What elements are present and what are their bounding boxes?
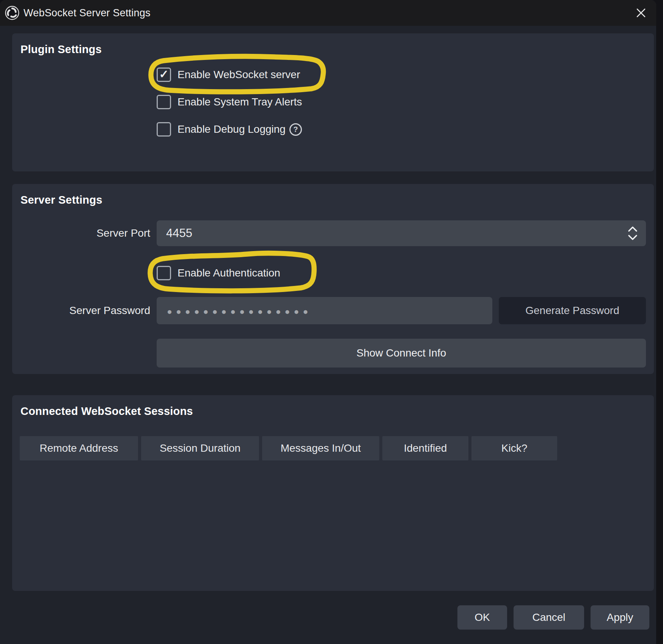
column-header-session-duration[interactable]: Session Duration	[141, 436, 259, 460]
checkmark-icon: ✓	[159, 69, 168, 80]
enable-system-tray-alerts-label: Enable System Tray Alerts	[178, 96, 302, 108]
enable-authentication-row: Enable Authentication	[20, 265, 654, 281]
connected-sessions-title: Connected WebSocket Sessions	[12, 395, 654, 418]
websocket-server-settings-dialog: WebSocket Server Settings Plugin Setting…	[0, 0, 656, 644]
server-settings-title: Server Settings	[12, 184, 654, 206]
spin-up-button[interactable]	[628, 226, 638, 232]
enable-websocket-server-row: ✓ Enable WebSocket server	[157, 66, 654, 83]
server-port-input[interactable]: 4455	[157, 220, 646, 246]
server-settings-group: Server Settings Server Port 4455	[12, 184, 654, 374]
obs-logo-icon	[5, 5, 20, 20]
enable-debug-logging-row: Enable Debug Logging ?	[157, 121, 654, 138]
ok-button[interactable]: OK	[457, 605, 507, 630]
close-button[interactable]	[633, 5, 649, 21]
enable-authentication-label: Enable Authentication	[178, 267, 280, 279]
enable-authentication-checkbox[interactable]	[157, 266, 171, 280]
masked-password: ●●●●●●●●●●●●●●●●	[167, 306, 312, 316]
plugin-settings-group: Plugin Settings ✓ Enable WebSocket serve…	[12, 33, 654, 171]
enable-system-tray-alerts-checkbox[interactable]	[157, 95, 171, 109]
connected-sessions-group: Connected WebSocket Sessions Remote Addr…	[12, 395, 654, 591]
show-connect-info-row: Show Connect Info	[20, 339, 654, 368]
plugin-settings-title: Plugin Settings	[12, 33, 654, 56]
apply-button[interactable]: Apply	[591, 605, 649, 630]
enable-debug-logging-checkbox[interactable]	[157, 122, 171, 137]
show-connect-info-button[interactable]: Show Connect Info	[157, 339, 646, 368]
cancel-button[interactable]: Cancel	[514, 605, 584, 630]
dialog-button-row: OK Cancel Apply	[0, 605, 649, 630]
enable-system-tray-alerts-row: Enable System Tray Alerts	[157, 94, 654, 110]
column-header-remote-address[interactable]: Remote Address	[20, 436, 138, 460]
sessions-table-header: Remote Address Session Duration Messages…	[20, 436, 654, 460]
spin-down-button[interactable]	[628, 234, 638, 241]
close-icon	[635, 7, 647, 19]
column-header-identified[interactable]: Identified	[382, 436, 468, 460]
server-port-label: Server Port	[20, 227, 157, 239]
column-header-messages-in-out[interactable]: Messages In/Out	[262, 436, 379, 460]
server-password-label: Server Password	[20, 305, 157, 317]
title-bar: WebSocket Server Settings	[0, 0, 656, 26]
server-port-row: Server Port 4455	[20, 220, 654, 246]
generate-password-button[interactable]: Generate Password	[499, 297, 646, 324]
server-password-field[interactable]: ●●●●●●●●●●●●●●●●	[157, 297, 492, 324]
enable-authentication-inner: Enable Authentication	[157, 265, 280, 281]
enable-websocket-server-label: Enable WebSocket server	[178, 69, 300, 81]
enable-debug-logging-label: Enable Debug Logging	[178, 123, 286, 135]
server-password-row: Server Password ●●●●●●●●●●●●●●●● Generat…	[20, 297, 654, 324]
server-port-value: 4455	[166, 226, 192, 240]
enable-websocket-server-checkbox[interactable]: ✓	[157, 68, 171, 82]
window-title: WebSocket Server Settings	[24, 7, 151, 19]
column-header-kick[interactable]: Kick?	[471, 436, 557, 460]
help-icon[interactable]: ?	[289, 123, 302, 136]
